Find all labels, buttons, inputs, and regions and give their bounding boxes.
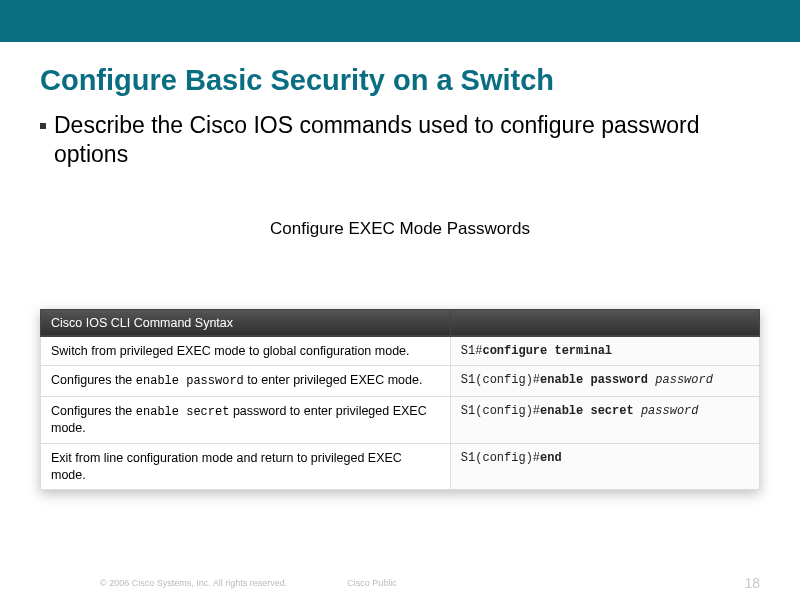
table-row: Exit from line configuration mode and re… <box>41 443 760 490</box>
cmd-arg: password <box>641 404 699 418</box>
row-command: S1#configure terminal <box>450 336 759 366</box>
bullet-icon <box>40 123 46 129</box>
footer: © 2006 Cisco Systems, Inc. All rights re… <box>0 578 800 588</box>
cmd-name: end <box>540 451 562 465</box>
cmd-name: enable password <box>540 373 648 387</box>
table-header-left: Cisco IOS CLI Command Syntax <box>41 309 451 336</box>
table-header-row: Cisco IOS CLI Command Syntax <box>41 309 760 336</box>
desc-pre: Configures the <box>51 404 136 418</box>
row-description: Configures the enable secret password to… <box>41 396 451 443</box>
row-command: S1(config)#enable secret password <box>450 396 759 443</box>
desc-post: to enter privileged EXEC mode. <box>244 373 423 387</box>
table-row: Configures the enable password to enter … <box>41 366 760 396</box>
cmd-arg: password <box>655 373 713 387</box>
bullet-item: Describe the Cisco IOS commands used to … <box>40 111 760 169</box>
footer-copyright: © 2006 Cisco Systems, Inc. All rights re… <box>100 578 287 588</box>
desc-pre: Switch from privileged EXEC mode to glob… <box>51 344 410 358</box>
header-bar <box>0 0 800 42</box>
table-row: Configures the enable secret password to… <box>41 396 760 443</box>
command-table-wrap: Cisco IOS CLI Command Syntax Switch from… <box>40 309 760 491</box>
footer-page: 18 <box>744 575 760 591</box>
row-command: S1(config)#enable password password <box>450 366 759 396</box>
bullet-text: Describe the Cisco IOS commands used to … <box>54 111 760 169</box>
row-description: Exit from line configuration mode and re… <box>41 443 451 490</box>
desc-mono: enable password <box>136 374 244 388</box>
slide-content: Configure Basic Security on a Switch Des… <box>0 42 800 239</box>
row-command: S1(config)#end <box>450 443 759 490</box>
footer-label: Cisco Public <box>347 578 397 588</box>
slide-title: Configure Basic Security on a Switch <box>40 64 760 97</box>
cmd-prompt: S1(config)# <box>461 373 540 387</box>
cmd-prompt: S1(config)# <box>461 451 540 465</box>
table-header-right <box>450 309 759 336</box>
cmd-name: configure terminal <box>482 344 612 358</box>
row-description: Switch from privileged EXEC mode to glob… <box>41 336 451 366</box>
cmd-prompt: S1# <box>461 344 483 358</box>
desc-mono: enable secret <box>136 405 230 419</box>
command-table: Cisco IOS CLI Command Syntax Switch from… <box>40 309 760 491</box>
cmd-name: enable secret <box>540 404 634 418</box>
section-subheading: Configure EXEC Mode Passwords <box>40 219 760 239</box>
desc-pre: Configures the <box>51 373 136 387</box>
row-description: Configures the enable password to enter … <box>41 366 451 396</box>
table-row: Switch from privileged EXEC mode to glob… <box>41 336 760 366</box>
desc-pre: Exit from line configuration mode and re… <box>51 451 402 482</box>
cmd-prompt: S1(config)# <box>461 404 540 418</box>
